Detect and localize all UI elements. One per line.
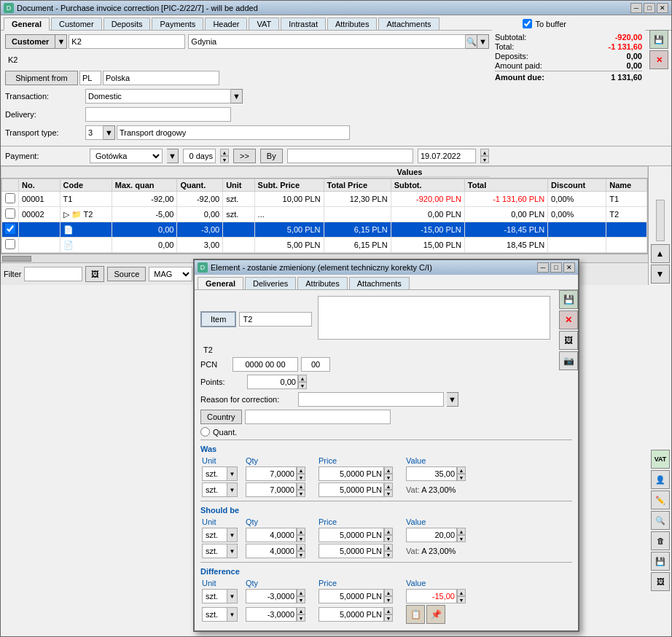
country-button[interactable]: Country [200, 410, 242, 424]
item-field[interactable] [239, 312, 312, 327]
diff-qty-up-2[interactable]: ▲ [297, 607, 305, 614]
pcn-field-2[interactable] [301, 357, 330, 372]
was-value-down-1[interactable]: ▼ [457, 474, 466, 481]
person-btn[interactable]: 👤 [651, 470, 670, 489]
was-price-down-2[interactable]: ▼ [384, 490, 393, 497]
payment-days-spinner[interactable]: ▲ ▼ [220, 149, 229, 163]
transport-code[interactable] [85, 125, 103, 140]
diff-unit-dropdown[interactable]: ▼ [227, 589, 238, 603]
sb-unit2-dropdown[interactable]: ▼ [227, 544, 238, 558]
points-field[interactable] [247, 375, 298, 389]
image-btn[interactable]: 🖼 [651, 572, 670, 591]
was-price-field-2[interactable] [319, 482, 384, 497]
diff-unit2-select[interactable]: ▼ [202, 607, 243, 622]
scroll-up-btn[interactable]: ▲ [651, 244, 670, 263]
diff-price-up-2[interactable]: ▲ [384, 607, 393, 614]
sb-unit-select[interactable]: ▼ [202, 528, 243, 542]
quant-radio[interactable] [200, 427, 210, 437]
row-checkbox[interactable] [5, 239, 15, 249]
table-row[interactable]: 00001 T1 -92,00 -92,00 szt. 10,00 PLN 12… [2, 192, 647, 207]
diff-pin-btn[interactable]: 📌 [426, 605, 445, 624]
scroll-down-btn[interactable]: ▼ [651, 265, 670, 284]
customer-button[interactable]: Customer [5, 34, 55, 49]
dialog-maximize-btn[interactable]: □ [550, 262, 562, 273]
tab-customer[interactable]: Customer [51, 17, 102, 30]
payment-date-spinner[interactable]: ▲ ▼ [480, 149, 489, 163]
dialog-delete-btn[interactable]: ✕ [559, 310, 578, 329]
payment-method-dropdown[interactable]: ▼ [167, 149, 179, 163]
sb-qty-field-1[interactable] [246, 528, 297, 542]
diff-value-up-1[interactable]: ▲ [457, 589, 466, 596]
reason-dropdown[interactable]: ▼ [447, 392, 458, 407]
sb-price-down-1[interactable]: ▼ [384, 535, 393, 542]
cancel-main-button[interactable]: ✕ [649, 50, 668, 69]
sb-unit2-input[interactable] [202, 544, 227, 558]
diff-price-down-1[interactable]: ▼ [384, 596, 393, 603]
dialog-save-btn[interactable]: 💾 [559, 290, 578, 309]
dialog-tab-attributes[interactable]: Attributes [297, 277, 347, 289]
sb-value-down-1[interactable]: ▼ [457, 535, 466, 542]
customer-city-field[interactable] [188, 34, 466, 49]
diff-qty-field-2[interactable] [246, 607, 297, 622]
diff-qty-down-1[interactable]: ▼ [297, 596, 305, 603]
customer-nav-btn[interactable]: ▼ [477, 34, 489, 49]
row-checkbox[interactable] [5, 224, 15, 234]
diff-price-up-1[interactable]: ▲ [384, 589, 393, 596]
tab-intrastat[interactable]: Intrastat [281, 17, 326, 30]
transaction-dropdown[interactable]: ▼ [231, 89, 243, 103]
sb-qty-field-2[interactable] [246, 544, 297, 558]
item-description-area[interactable] [318, 296, 550, 340]
diff-qty-field-1[interactable] [246, 589, 297, 603]
edit-btn[interactable]: ✏️ [651, 491, 670, 509]
was-qty-down-2[interactable]: ▼ [297, 490, 305, 497]
sb-qty-up-1[interactable]: ▲ [297, 528, 305, 535]
tab-vat[interactable]: VAT [249, 17, 279, 30]
transport-dropdown[interactable]: ▼ [103, 125, 115, 140]
was-unit2-select[interactable]: ▼ [202, 482, 243, 497]
to-buffer-checkbox[interactable] [523, 19, 532, 28]
sb-price-up-1[interactable]: ▲ [384, 528, 393, 535]
floppy-btn[interactable]: 💾 [651, 552, 670, 571]
shipment-country-name[interactable] [103, 71, 219, 85]
dialog-camera-btn[interactable]: 📷 [559, 351, 578, 370]
was-qty-up-1[interactable]: ▲ [297, 466, 305, 474]
tab-deposits[interactable]: Deposits [103, 17, 151, 30]
was-value-up-1[interactable]: ▲ [457, 466, 466, 474]
tab-payments[interactable]: Payments [152, 17, 203, 30]
diff-unit-select[interactable]: ▼ [202, 589, 243, 603]
was-price-field-1[interactable] [319, 466, 384, 481]
was-unit-select[interactable]: ▼ [202, 466, 243, 481]
payment-ref-field[interactable] [287, 149, 413, 163]
pcn-field-1[interactable] [233, 357, 298, 372]
close-button[interactable]: ✕ [657, 3, 668, 13]
expand-icon[interactable]: ▷ [63, 210, 69, 219]
sb-qty-down-2[interactable]: ▼ [297, 551, 305, 558]
sb-price-field-1[interactable] [319, 528, 384, 542]
reason-field[interactable] [298, 392, 444, 407]
sb-unit-input[interactable] [202, 528, 227, 542]
was-qty-field-1[interactable] [246, 466, 297, 481]
payment-forward-btn[interactable]: >> [233, 149, 256, 163]
row-checkbox[interactable] [5, 208, 15, 219]
was-price-up-2[interactable]: ▲ [384, 482, 393, 490]
source-button[interactable]: Source [107, 267, 146, 281]
was-qty-up-2[interactable]: ▲ [297, 482, 305, 490]
transport-text[interactable] [117, 125, 350, 140]
dialog-tab-deliveries[interactable]: Deliveries [245, 277, 296, 289]
points-down[interactable]: ▼ [298, 382, 307, 389]
sb-qty-up-2[interactable]: ▲ [297, 544, 305, 551]
dialog-minimize-btn[interactable]: ─ [537, 262, 549, 273]
trash-btn[interactable]: 🗑 [651, 531, 670, 550]
payment-by-btn[interactable]: By [260, 149, 283, 163]
source-dropdown[interactable]: MAG [149, 267, 192, 281]
magnify-btn[interactable]: 🔍 [651, 511, 670, 530]
dialog-image-btn[interactable]: 🖼 [559, 331, 578, 350]
payment-date-field[interactable] [418, 149, 476, 163]
was-qty-field-2[interactable] [246, 482, 297, 497]
filter-input[interactable] [24, 267, 82, 281]
was-unit2-dropdown[interactable]: ▼ [227, 482, 238, 497]
country-field[interactable] [245, 410, 391, 424]
was-unit-dropdown[interactable]: ▼ [227, 466, 238, 481]
table-row[interactable]: 📄 0,00 3,00 5,00 PLN 6,15 PLN 15,00 PLN … [2, 238, 647, 253]
shipment-from-button[interactable]: Shipment from [5, 71, 78, 85]
